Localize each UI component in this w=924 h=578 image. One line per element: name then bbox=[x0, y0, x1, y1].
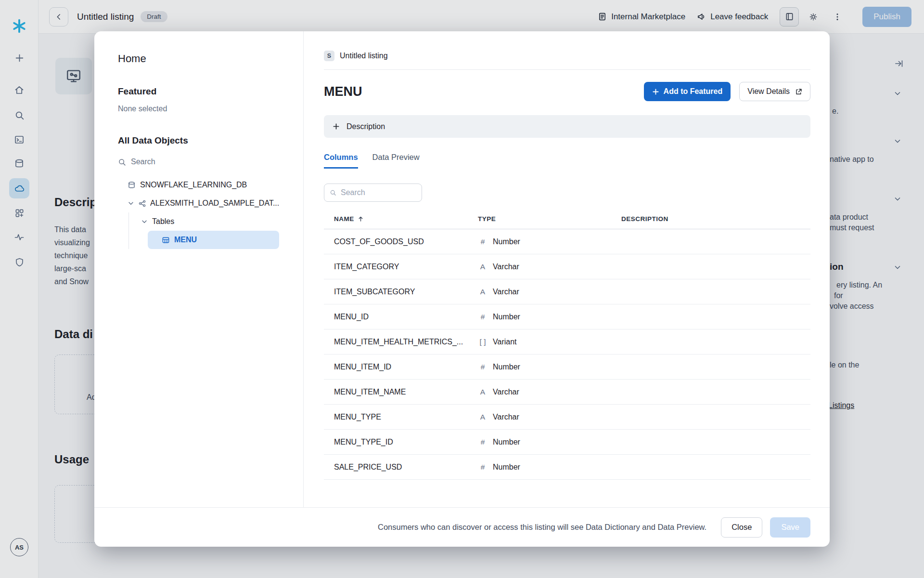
search-icon bbox=[118, 158, 126, 166]
column-name: ITEM_CATEGORY bbox=[334, 263, 478, 271]
tree-item-label: ALEXSMITH_LOAD_SAMPLE_DAT... bbox=[150, 199, 279, 208]
modal-content: S Untitled listing MENU Add to Featured … bbox=[304, 31, 830, 507]
columns-table: NAME TYPE DESCRIPTION COST_OF_GOODS_USD … bbox=[324, 215, 810, 480]
search-icon bbox=[330, 189, 336, 197]
table-row: ITEM_CATEGORY A Varchar bbox=[324, 254, 810, 279]
tree-indent-guide: Tables MENU bbox=[128, 212, 292, 249]
type-icon: A bbox=[478, 288, 488, 296]
plus-icon bbox=[333, 123, 340, 130]
tree-search[interactable]: Search bbox=[118, 158, 292, 166]
table-header-row: NAME TYPE DESCRIPTION bbox=[324, 215, 810, 229]
external-link-icon bbox=[795, 88, 802, 95]
tree-item-label: SNOWFLAKE_LEARNING_DB bbox=[140, 181, 247, 189]
database-icon bbox=[128, 181, 136, 189]
column-name: SALE_PRICE_USD bbox=[334, 463, 478, 472]
footer-note: Consumers who can discover or access thi… bbox=[378, 523, 706, 532]
type-label: Number bbox=[493, 237, 520, 246]
type-label: Varchar bbox=[493, 413, 519, 421]
table-row: MENU_ITEM_HEALTH_METRICS_... [ ] Variant bbox=[324, 329, 810, 355]
table-row: COST_OF_GOODS_USD # Number bbox=[324, 229, 810, 254]
tree-item-menu-table[interactable]: MENU bbox=[148, 231, 279, 249]
object-title: MENU bbox=[324, 84, 362, 99]
type-label: Number bbox=[493, 463, 520, 472]
column-name: MENU_TYPE bbox=[334, 413, 478, 421]
type-label: Varchar bbox=[493, 288, 519, 296]
data-objects-modal: Home Featured None selected All Data Obj… bbox=[94, 31, 830, 547]
chevron-down-icon[interactable] bbox=[128, 200, 134, 207]
sort-name-header[interactable]: NAME bbox=[334, 215, 478, 223]
header-type: TYPE bbox=[478, 215, 621, 223]
listing-badge: S bbox=[324, 51, 334, 61]
table-row: MENU_TYPE_ID # Number bbox=[324, 430, 810, 455]
add-to-featured-label: Add to Featured bbox=[664, 87, 723, 96]
columns-search[interactable] bbox=[324, 184, 422, 202]
tree-item-schema[interactable]: ALEXSMITH_LOAD_SAMPLE_DAT... bbox=[118, 194, 292, 212]
table-row: SALE_PRICE_USD # Number bbox=[324, 455, 810, 480]
close-button[interactable]: Close bbox=[721, 517, 762, 538]
column-name: MENU_ITEM_ID bbox=[334, 363, 478, 371]
tab-columns[interactable]: Columns bbox=[324, 153, 358, 169]
type-label: Varchar bbox=[493, 263, 519, 271]
chevron-down-icon[interactable] bbox=[141, 218, 148, 225]
add-to-featured-button[interactable]: Add to Featured bbox=[644, 82, 731, 101]
table-row: ITEM_SUBCATEGORY A Varchar bbox=[324, 279, 810, 304]
table-row: MENU_ITEM_ID # Number bbox=[324, 355, 810, 380]
view-details-button[interactable]: View Details bbox=[739, 82, 810, 101]
plus-icon bbox=[652, 88, 659, 95]
add-description-bar[interactable]: Description bbox=[324, 115, 810, 138]
sort-ascending-icon bbox=[358, 216, 364, 222]
type-icon: [ ] bbox=[478, 338, 488, 346]
type-label: Variant bbox=[493, 338, 517, 346]
tab-data-preview[interactable]: Data Preview bbox=[372, 153, 420, 169]
type-label: Number bbox=[493, 438, 520, 447]
type-icon: A bbox=[478, 413, 488, 421]
tree-item-label: Tables bbox=[152, 217, 174, 226]
type-icon: A bbox=[478, 388, 488, 396]
table-row: MENU_TYPE A Varchar bbox=[324, 405, 810, 430]
column-name: MENU_ITEM_HEALTH_METRICS_... bbox=[334, 338, 478, 346]
featured-empty-text: None selected bbox=[118, 105, 292, 113]
type-label: Varchar bbox=[493, 388, 519, 396]
table-row: MENU_ITEM_NAME A Varchar bbox=[324, 380, 810, 405]
type-label: Number bbox=[493, 363, 520, 371]
tree-search-placeholder: Search bbox=[131, 158, 155, 166]
column-name: MENU_ITEM_NAME bbox=[334, 388, 478, 396]
schema-icon bbox=[139, 200, 146, 207]
modal-left-nav: Home Featured None selected All Data Obj… bbox=[94, 31, 304, 507]
table-body: COST_OF_GOODS_USD # Number ITEM_CATEGORY bbox=[324, 229, 810, 480]
header-description: DESCRIPTION bbox=[621, 215, 810, 223]
type-icon: A bbox=[478, 263, 488, 271]
all-data-objects-heading: All Data Objects bbox=[118, 135, 292, 146]
description-placeholder-label: Description bbox=[346, 122, 385, 131]
column-name: COST_OF_GOODS_USD bbox=[334, 237, 478, 246]
table-icon bbox=[162, 236, 170, 244]
type-label: Number bbox=[493, 313, 520, 321]
divider bbox=[324, 69, 810, 70]
type-icon: # bbox=[478, 438, 488, 447]
modal-footer: Consumers who can discover or access thi… bbox=[94, 507, 830, 547]
column-name: MENU_ID bbox=[334, 313, 478, 321]
view-details-label: View Details bbox=[747, 87, 790, 96]
type-icon: # bbox=[478, 313, 488, 321]
tab-bar: Columns Data Preview bbox=[324, 153, 810, 169]
tree-item-label: MENU bbox=[174, 236, 197, 244]
save-button[interactable]: Save bbox=[770, 517, 810, 538]
type-icon: # bbox=[478, 363, 488, 371]
breadcrumb: S Untitled listing bbox=[324, 51, 810, 61]
column-name: ITEM_SUBCATEGORY bbox=[334, 288, 478, 296]
tree-item-database[interactable]: SNOWFLAKE_LEARNING_DB bbox=[118, 176, 292, 194]
column-name: MENU_TYPE_ID bbox=[334, 438, 478, 447]
type-icon: # bbox=[478, 237, 488, 246]
modal-nav-home[interactable]: Home bbox=[118, 53, 292, 65]
type-icon: # bbox=[478, 463, 488, 472]
table-row: MENU_ID # Number bbox=[324, 304, 810, 329]
tree-item-tables[interactable]: Tables bbox=[129, 212, 292, 231]
header-name: NAME bbox=[334, 215, 354, 223]
featured-heading: Featured bbox=[118, 86, 292, 97]
columns-search-input[interactable] bbox=[341, 188, 416, 197]
breadcrumb-label: Untitled listing bbox=[340, 52, 388, 60]
